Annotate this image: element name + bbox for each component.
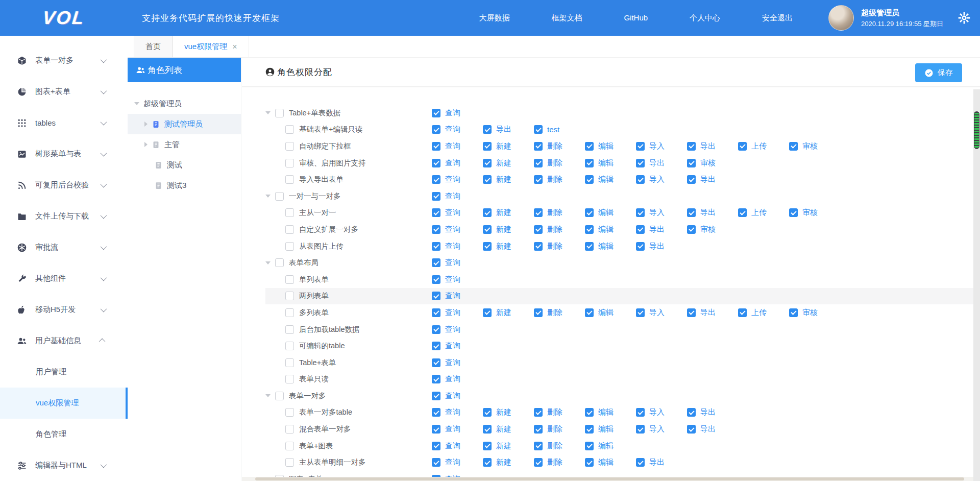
permission-option[interactable]: 查询 xyxy=(432,258,483,268)
permission-option[interactable]: 编辑 xyxy=(585,158,636,168)
permission-option[interactable]: 导入 xyxy=(636,424,687,434)
permission-checkbox-checked[interactable] xyxy=(483,408,492,417)
permission-option[interactable]: 导出 xyxy=(687,141,738,151)
permission-option[interactable]: 上传 xyxy=(738,308,789,318)
permission-checkbox-checked[interactable] xyxy=(585,425,594,434)
permission-checkbox-checked[interactable] xyxy=(534,425,543,434)
permission-option[interactable]: 查询 xyxy=(432,391,483,401)
permission-checkbox-checked[interactable] xyxy=(585,458,594,467)
permission-option[interactable]: 编辑 xyxy=(585,141,636,151)
row-checkbox[interactable] xyxy=(275,109,284,117)
permission-checkbox-checked[interactable] xyxy=(585,159,594,167)
permission-checkbox-checked[interactable] xyxy=(585,142,594,151)
permission-checkbox-checked[interactable] xyxy=(483,175,492,184)
permission-option[interactable]: 新建 xyxy=(483,308,534,318)
permission-checkbox-checked[interactable] xyxy=(534,442,543,450)
permission-checkbox-checked[interactable] xyxy=(432,275,440,284)
permission-checkbox-checked[interactable] xyxy=(585,208,594,217)
permission-checkbox-checked[interactable] xyxy=(534,175,543,184)
permission-option[interactable]: 新建 xyxy=(483,458,534,467)
sidebar-item-5[interactable]: 文件上传与下载 xyxy=(0,201,128,232)
permission-checkbox-checked[interactable] xyxy=(585,242,594,251)
permission-option[interactable]: 导入 xyxy=(636,308,687,318)
permission-option[interactable]: 导出 xyxy=(483,125,534,134)
permission-option[interactable]: 审核 xyxy=(687,158,738,168)
permission-checkbox-checked[interactable] xyxy=(636,208,645,217)
sidebar-item-1[interactable]: 图表+表单 xyxy=(0,76,128,107)
permission-checkbox-checked[interactable] xyxy=(636,308,645,317)
permission-checkbox-checked[interactable] xyxy=(534,242,543,251)
caret-down-icon[interactable] xyxy=(134,102,139,105)
permission-option[interactable]: 导出 xyxy=(636,242,687,251)
permission-checkbox-checked[interactable] xyxy=(687,425,696,434)
row-checkbox[interactable] xyxy=(285,225,294,234)
save-button[interactable]: 保存 xyxy=(915,63,962,82)
permission-checkbox-checked[interactable] xyxy=(585,442,594,450)
row-checkbox[interactable] xyxy=(285,442,294,450)
permission-option[interactable]: 删除 xyxy=(534,242,585,251)
permission-option[interactable]: 导入 xyxy=(636,141,687,151)
caret-down-icon[interactable] xyxy=(265,394,271,397)
permission-checkbox-checked[interactable] xyxy=(789,142,798,151)
role-tree-node-3[interactable]: 测试 xyxy=(128,155,241,175)
permission-checkbox-checked[interactable] xyxy=(585,308,594,317)
permission-option[interactable]: 删除 xyxy=(534,225,585,234)
avatar[interactable] xyxy=(828,5,854,31)
permission-checkbox-checked[interactable] xyxy=(585,225,594,234)
sidebar-subitem-9-1[interactable]: vue权限管理 xyxy=(0,388,128,419)
permission-checkbox-checked[interactable] xyxy=(534,458,543,467)
permission-option[interactable]: 查询 xyxy=(432,407,483,417)
permission-checkbox-checked[interactable] xyxy=(432,175,440,184)
permission-option[interactable]: 新建 xyxy=(483,225,534,234)
permission-checkbox-checked[interactable] xyxy=(636,242,645,251)
permission-checkbox-checked[interactable] xyxy=(636,458,645,467)
permission-option[interactable]: 查询 xyxy=(432,441,483,451)
permission-option[interactable]: 审核 xyxy=(789,208,840,218)
row-checkbox[interactable] xyxy=(285,308,294,317)
permission-checkbox-checked[interactable] xyxy=(534,125,543,134)
permission-option[interactable]: 新建 xyxy=(483,407,534,417)
row-checkbox[interactable] xyxy=(285,125,294,134)
row-checkbox[interactable] xyxy=(285,375,294,383)
permission-checkbox-checked[interactable] xyxy=(636,425,645,434)
permission-checkbox-checked[interactable] xyxy=(483,142,492,151)
role-tree-node-0[interactable]: 超级管理员 xyxy=(128,93,241,114)
permission-option[interactable]: 查询 xyxy=(432,225,483,234)
permission-option[interactable]: 编辑 xyxy=(585,242,636,251)
sidebar-item-3[interactable]: 树形菜单与表 xyxy=(0,138,128,170)
row-checkbox[interactable] xyxy=(285,325,294,334)
sidebar-item-7[interactable]: 其他组件 xyxy=(0,263,128,294)
permission-option[interactable]: 删除 xyxy=(534,308,585,318)
close-icon[interactable]: × xyxy=(232,43,237,51)
permission-option[interactable]: 查询 xyxy=(432,125,483,134)
vertical-scrollbar-thumb[interactable] xyxy=(974,111,979,149)
permission-option[interactable]: 新建 xyxy=(483,175,534,184)
row-checkbox[interactable] xyxy=(275,192,284,201)
permission-checkbox-checked[interactable] xyxy=(687,225,696,234)
permission-checkbox-checked[interactable] xyxy=(432,109,440,117)
role-tree-node-2[interactable]: 主管 xyxy=(128,134,241,155)
sidebar-item-10[interactable]: 编辑器与HTML xyxy=(0,450,128,481)
row-checkbox[interactable] xyxy=(285,358,294,367)
permission-checkbox-checked[interactable] xyxy=(432,392,440,400)
permission-checkbox-checked[interactable] xyxy=(483,125,492,134)
permission-option[interactable]: 上传 xyxy=(738,208,789,218)
permission-option[interactable]: 导出 xyxy=(687,407,738,417)
tab-1[interactable]: vue权限管理× xyxy=(173,36,249,57)
permission-checkbox-checked[interactable] xyxy=(534,159,543,167)
vertical-scrollbar-track[interactable] xyxy=(973,89,980,481)
permission-checkbox-checked[interactable] xyxy=(483,425,492,434)
permission-checkbox-checked[interactable] xyxy=(432,292,440,300)
permission-option[interactable]: 查询 xyxy=(432,191,483,201)
row-checkbox[interactable] xyxy=(285,208,294,217)
permission-option[interactable]: 上传 xyxy=(738,141,789,151)
permission-option[interactable]: 编辑 xyxy=(585,208,636,218)
row-checkbox[interactable] xyxy=(285,275,294,284)
row-checkbox[interactable] xyxy=(275,258,284,267)
caret-right-icon[interactable] xyxy=(144,122,148,127)
permission-option[interactable]: 查询 xyxy=(432,358,483,368)
sidebar-subitem-9-2[interactable]: 角色管理 xyxy=(0,419,128,450)
permission-checkbox-checked[interactable] xyxy=(432,225,440,234)
permission-checkbox-checked[interactable] xyxy=(687,208,696,217)
permission-checkbox-checked[interactable] xyxy=(432,425,440,434)
